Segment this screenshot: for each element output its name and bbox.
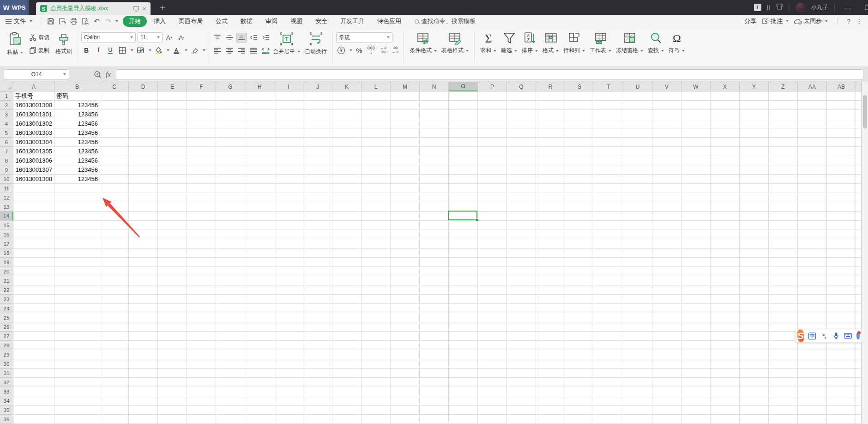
cell-T30[interactable] [594,359,623,369]
cell-X21[interactable] [711,276,740,285]
cell-S18[interactable] [565,248,594,258]
cell-L2[interactable] [362,101,391,110]
row-header-9[interactable]: 9 [0,165,13,175]
cell-R20[interactable] [536,267,565,276]
cell-A35[interactable] [13,406,54,415]
cell-E30[interactable] [158,359,187,369]
cell-W15[interactable] [681,221,711,230]
cell-K32[interactable] [332,378,362,387]
cell-x36[interactable] [856,415,862,424]
cell-T20[interactable] [594,267,623,276]
cell-G35[interactable] [216,406,245,415]
cell-Q11[interactable] [507,184,536,193]
worksheet-button[interactable]: 工作表 [587,31,614,55]
cell-Z18[interactable] [769,248,798,258]
cell-X23[interactable] [711,295,740,304]
cell-O20[interactable] [449,267,478,276]
cell-X18[interactable] [711,248,740,258]
cell-AB21[interactable] [827,276,856,285]
cell-AB34[interactable] [827,396,856,406]
cell-Y19[interactable] [740,258,769,267]
cell-x32[interactable] [856,378,862,387]
cell-X7[interactable] [711,147,740,156]
cell-H33[interactable] [245,387,274,396]
cell-G23[interactable] [216,295,245,304]
cell-M35[interactable] [391,406,420,415]
cell-D17[interactable] [129,239,158,248]
cell-H21[interactable] [245,276,274,285]
cell-K34[interactable] [332,396,362,406]
cell-P19[interactable] [478,258,507,267]
cell-Y34[interactable] [740,396,769,406]
cell-Z26[interactable] [769,322,798,332]
cell-X28[interactable] [711,341,740,350]
cell-Y23[interactable] [740,295,769,304]
thousand-separator-button[interactable]: 000, [366,46,376,55]
row-header-28[interactable]: 28 [0,341,13,350]
cell-N15[interactable] [420,221,449,230]
cell-V14[interactable] [652,212,681,221]
cell-R7[interactable] [536,147,565,156]
cell-P24[interactable] [478,304,507,313]
cell-J13[interactable] [303,202,332,212]
cell-D10[interactable] [129,175,158,184]
print-button[interactable] [68,17,79,26]
cell-S33[interactable] [565,387,594,396]
cell-R15[interactable] [536,221,565,230]
cell-R24[interactable] [536,304,565,313]
cell-M6[interactable] [391,138,420,147]
cell-I10[interactable] [274,175,303,184]
cell-N34[interactable] [420,396,449,406]
cell-F4[interactable] [187,119,216,128]
cell-S21[interactable] [565,276,594,285]
cell-P27[interactable] [478,332,507,341]
cell-E35[interactable] [158,406,187,415]
cell-X16[interactable] [711,230,740,239]
cell-A17[interactable] [13,239,54,248]
distribute-button[interactable] [260,46,271,55]
cell-Z12[interactable] [769,193,798,202]
cell-Q15[interactable] [507,221,536,230]
cell-H31[interactable] [245,369,274,378]
cell-K26[interactable] [332,322,362,332]
cell-Q6[interactable] [507,138,536,147]
cell-X6[interactable] [711,138,740,147]
cell-R33[interactable] [536,387,565,396]
cell-L10[interactable] [362,175,391,184]
ime-keyboard-icon[interactable] [844,333,852,339]
column-header-Z[interactable]: Z [769,82,798,91]
cell-M27[interactable] [391,332,420,341]
cell-K17[interactable] [332,239,362,248]
cell-I28[interactable] [274,341,303,350]
cell-B6[interactable]: 123456 [54,138,100,147]
cell-T28[interactable] [594,341,623,350]
cell-AB29[interactable] [827,350,856,359]
cell-J12[interactable] [303,193,332,202]
cell-H10[interactable] [245,175,274,184]
cell-V4[interactable] [652,119,681,128]
cell-B18[interactable] [54,248,100,258]
cell-O6[interactable] [449,138,478,147]
cell-T3[interactable] [594,110,623,119]
cell-X15[interactable] [711,221,740,230]
italic-button[interactable]: I [93,46,103,55]
row-header-3[interactable]: 3 [0,110,13,119]
cell-G8[interactable] [216,156,245,165]
cell-G5[interactable] [216,128,245,138]
cell-W26[interactable] [681,322,711,332]
cell-AA1[interactable] [798,91,827,101]
more-button[interactable]: ⋮ [856,18,862,25]
cell-G34[interactable] [216,396,245,406]
cell-D27[interactable] [129,332,158,341]
cell-E27[interactable] [158,332,187,341]
cell-N27[interactable] [420,332,449,341]
cell-M32[interactable] [391,378,420,387]
cell-I6[interactable] [274,138,303,147]
chevron-down-icon[interactable] [203,49,205,51]
cell-Y12[interactable] [740,193,769,202]
format-painter-button[interactable]: 格式刷 [53,31,74,56]
row-header-14[interactable]: 14 [0,212,13,221]
cell-Y9[interactable] [740,165,769,175]
cell-R23[interactable] [536,295,565,304]
cell-x9[interactable] [856,165,862,175]
